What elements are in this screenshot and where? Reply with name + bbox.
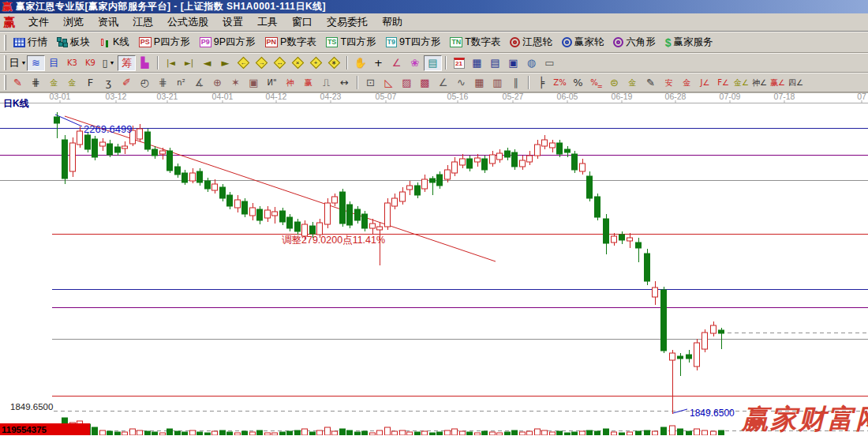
- export-data-icon[interactable]: ◍: [522, 55, 541, 71]
- web-box-tool[interactable]: ▣: [245, 75, 263, 91]
- menu-item-0[interactable]: 文件: [21, 13, 56, 31]
- notepad-icon[interactable]: ▤: [486, 55, 504, 71]
- hexagon-button[interactable]: 六角形: [608, 34, 660, 51]
- p-square-button[interactable]: PSP四方形: [134, 34, 195, 51]
- price-bars-tool[interactable]: ╞: [533, 75, 551, 91]
- volume-bar: [719, 430, 724, 435]
- zoom-in-diamond-button[interactable]: +: [307, 55, 325, 71]
- gold-lines-tool[interactable]: 金: [623, 75, 642, 91]
- expand-diamond-button[interactable]: ↔: [271, 55, 289, 71]
- zoom-out-diamond-button[interactable]: ∗: [325, 55, 343, 71]
- mini-k3-icon[interactable]: K3: [63, 55, 81, 71]
- chart-area[interactable]: 03-0103-1203-2104-0104-1204-2305-0705-16…: [0, 92, 868, 436]
- t-square-button[interactable]: TST四方形: [321, 34, 381, 51]
- menu-item-3[interactable]: 江恩: [125, 13, 160, 31]
- angle-measure-tool[interactable]: ∠: [387, 55, 406, 71]
- chip-peak-icon[interactable]: 筹: [118, 55, 136, 71]
- first-bar-button[interactable]: |◄: [162, 55, 180, 71]
- prev-bar-button[interactable]: ◄: [198, 55, 216, 71]
- circle-compass-tool[interactable]: ⊕: [208, 75, 226, 91]
- next-bar-button[interactable]: ►: [216, 55, 234, 71]
- shift-left-diamond-button[interactable]: ←: [234, 55, 253, 71]
- menu-item-8[interactable]: 交易委托: [320, 13, 375, 31]
- menu-item-7[interactable]: 窗口: [285, 13, 320, 31]
- save-icon[interactable]: ▣: [504, 55, 522, 71]
- menu-item-9[interactable]: 帮助: [375, 13, 410, 31]
- ninet-square-button[interactable]: T99T四方形: [381, 34, 446, 51]
- spiral-tool[interactable]: ʒ: [99, 75, 118, 91]
- shen-angle-tool[interactable]: 神∠: [750, 75, 769, 91]
- chip-distribution-icon[interactable]: ≋: [27, 55, 45, 71]
- web-grid-tool[interactable]: ▩: [416, 75, 434, 91]
- menu-item-2[interactable]: 资讯: [91, 13, 125, 31]
- marker-brush-tool[interactable]: ✐: [118, 75, 136, 91]
- gold-grid-tool[interactable]: 金: [45, 75, 63, 91]
- compress-diamond-button[interactable]: ×: [289, 55, 307, 71]
- gold-circle-tool[interactable]: ⊜: [605, 75, 623, 91]
- ruler-123-tool[interactable]: ⎍: [317, 75, 335, 91]
- gann-angle-tool[interactable]: ∡: [190, 75, 208, 91]
- grid-box-tool[interactable]: ▦: [470, 75, 488, 91]
- flower-marker-tool[interactable]: ❀: [406, 55, 424, 71]
- square-of-nine-tool[interactable]: n²: [172, 75, 190, 91]
- screener-tool[interactable]: ▤: [424, 55, 442, 71]
- calendar-21-icon[interactable]: 21: [450, 55, 468, 71]
- percent-tool[interactable]: %: [569, 75, 587, 91]
- ying-angle-tool[interactable]: 赢∠: [769, 75, 787, 91]
- pan-hand-tool[interactable]: ✋: [351, 55, 369, 71]
- calculator-icon[interactable]: ▦: [468, 55, 486, 71]
- menu-item-5[interactable]: 设置: [215, 13, 250, 31]
- ying-tool[interactable]: 赢: [299, 75, 317, 91]
- p-digit-table-button[interactable]: PNP数字表: [260, 34, 321, 51]
- ninep-square-button[interactable]: P99P四方形: [195, 34, 260, 51]
- gold-red-lines-tool[interactable]: 金: [678, 75, 696, 91]
- percent-z-tool[interactable]: Z%: [551, 75, 569, 91]
- parallel-lines-tool[interactable]: ∥: [507, 75, 525, 91]
- f-grid-tool[interactable]: F: [81, 75, 99, 91]
- gann-wheel-button[interactable]: 江恩轮: [505, 34, 557, 51]
- trend-mark-tool[interactable]: И": [263, 75, 281, 91]
- kline-button[interactable]: K线: [95, 34, 134, 51]
- system-tools-icon[interactable]: ▭: [541, 55, 559, 71]
- brush-tool[interactable]: ✎: [9, 75, 27, 91]
- f-angle-tool[interactable]: F∠: [714, 75, 732, 91]
- menu-item-4[interactable]: 公式选股: [160, 13, 215, 31]
- candle-style-dropdown[interactable]: ▯▼: [99, 55, 118, 71]
- crosshair-tool[interactable]: +: [369, 55, 387, 71]
- winner-wheel-button[interactable]: 赢家轮: [557, 34, 609, 51]
- grid-box2-tool[interactable]: ▥: [488, 75, 507, 91]
- j-angle-tool[interactable]: J∠: [696, 75, 714, 91]
- gold-angle-tool[interactable]: 金∠: [732, 75, 750, 91]
- shift-right-diamond-button[interactable]: →: [253, 55, 271, 71]
- winner-service-button[interactable]: $赢家服务: [660, 34, 718, 51]
- an-lines-tool[interactable]: 安: [660, 75, 678, 91]
- line-grid-tool[interactable]: ⋕: [154, 75, 172, 91]
- t-digit-table-button[interactable]: TNT数字表: [445, 34, 505, 51]
- si-angle-tool[interactable]: 四∠: [787, 75, 805, 91]
- quotes-button[interactable]: 行情: [9, 34, 52, 51]
- info-f10-icon[interactable]: 目: [45, 55, 63, 71]
- intraday-chart-icon[interactable]: ▙: [136, 55, 154, 71]
- gold-grid2-tool[interactable]: 金: [63, 75, 81, 91]
- menu-item-1[interactable]: 浏览: [56, 13, 91, 31]
- angle-lines-tool[interactable]: ∠: [434, 75, 452, 91]
- brush-lines-tool[interactable]: ✎: [642, 75, 660, 91]
- kline-chart[interactable]: 03-0103-1203-2104-0104-1204-2305-0705-16…: [0, 92, 868, 435]
- box-select-tool[interactable]: ⊡: [361, 75, 380, 91]
- fan-box-tool[interactable]: ▨: [398, 75, 416, 91]
- time-cycle-tool[interactable]: ◴: [136, 75, 154, 91]
- period-day-dropdown[interactable]: 日▼: [9, 55, 27, 71]
- last-bar-button[interactable]: ►|: [180, 55, 198, 71]
- star-web-tool[interactable]: ✶: [226, 75, 245, 91]
- mini-k9-icon[interactable]: K9: [81, 55, 99, 71]
- gann-grid-tool[interactable]: ⋕: [27, 75, 45, 91]
- zigzag-tool[interactable]: ∿: [452, 75, 470, 91]
- sectors-button[interactable]: 板块: [52, 34, 95, 51]
- fan-lines-tool[interactable]: ◺: [380, 75, 398, 91]
- volume-bar: [250, 432, 256, 435]
- title-bar[interactable]: 赢 赢家江恩专业版[赢家内部服务平台] - [上证指数 SH1A0001-111…: [0, 0, 868, 13]
- width-span-tool[interactable]: ↔: [335, 75, 354, 91]
- menu-item-6[interactable]: 工具: [250, 13, 285, 31]
- percent-lines-tool[interactable]: %‗: [587, 75, 605, 91]
- shen-tool[interactable]: 神: [281, 75, 299, 91]
